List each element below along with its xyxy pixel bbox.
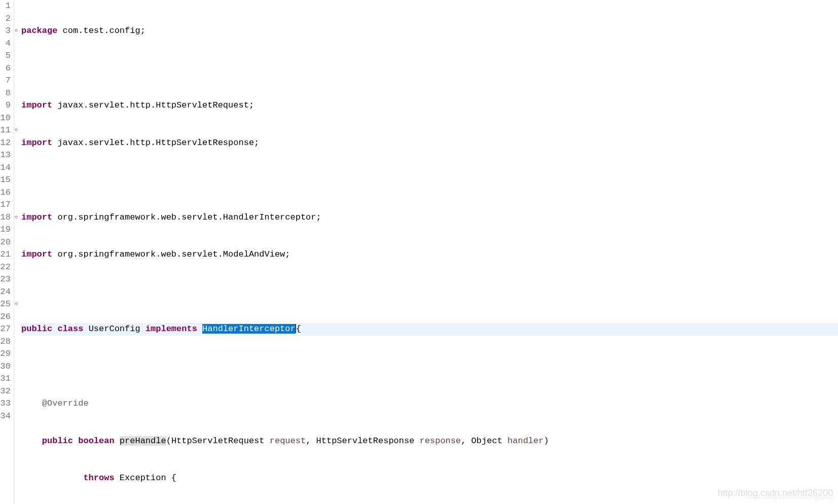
fold-icon[interactable]: ⊖: [15, 25, 18, 38]
line-number: 5: [0, 50, 13, 62]
line-number: 26: [0, 311, 13, 323]
fold-icon[interactable]: ⊖: [15, 211, 18, 224]
line-number: 20: [0, 236, 13, 249]
line-number: 30: [0, 361, 13, 373]
line-number: 8: [0, 87, 13, 100]
line-number: 1: [0, 0, 13, 13]
line-number: 18⊖: [0, 211, 13, 224]
line-number: 4: [0, 38, 13, 50]
selected-text: HandlerInterceptor: [202, 324, 296, 334]
line-number: 28: [0, 336, 13, 348]
code-line: import javax.servlet.http.HttpServletRes…: [21, 137, 838, 150]
code-line: import org.springframework.web.servlet.H…: [21, 211, 838, 224]
code-line: [21, 361, 838, 373]
line-number: 21: [0, 248, 13, 261]
code-line: public boolean preHandle(HttpServletRequ…: [21, 435, 838, 448]
code-line: [21, 62, 838, 75]
line-number: 17: [0, 199, 13, 211]
line-number: 10: [0, 112, 13, 125]
fold-icon[interactable]: ⊖: [15, 124, 18, 137]
line-number: 19: [0, 224, 13, 236]
line-number: 32: [0, 385, 13, 398]
code-line: package com.test.config;: [21, 25, 838, 38]
line-number: 3⊖: [0, 25, 13, 38]
code-line: [21, 286, 838, 299]
code-line: @Override: [21, 398, 838, 410]
line-number: 6: [0, 62, 13, 75]
line-number: 25⊖: [0, 298, 13, 311]
code-editor[interactable]: package com.test.config; import javax.se…: [14, 0, 838, 504]
line-number-gutter: 1 2 3⊖ 4 5 6 7 8 9 10 11⊖ 12 13 14 15 16…: [0, 0, 14, 504]
fold-icon[interactable]: ⊖: [15, 298, 18, 311]
line-number: 14: [0, 162, 13, 174]
line-number: 16: [0, 187, 13, 199]
line-number: 23: [0, 273, 13, 286]
line-number: 34: [0, 410, 13, 423]
line-number: 27: [0, 323, 13, 336]
line-number: 9: [0, 99, 13, 112]
line-number: 13: [0, 149, 13, 162]
line-number: 22: [0, 261, 13, 274]
code-line: import javax.servlet.http.HttpServletReq…: [21, 99, 838, 112]
line-number: 12: [0, 137, 13, 150]
code-line: import org.springframework.web.servlet.M…: [21, 248, 838, 261]
line-number: 11⊖: [0, 124, 13, 137]
code-line-current: public class UserConfig implements Handl…: [21, 323, 838, 336]
line-number: 2: [0, 13, 13, 25]
code-line: throws Exception {: [21, 472, 838, 485]
line-number: 24: [0, 286, 13, 299]
line-number: 29: [0, 348, 13, 361]
code-line: [21, 174, 838, 187]
line-number: 7: [0, 75, 13, 87]
line-number: 15: [0, 174, 13, 187]
line-number: 31: [0, 373, 13, 385]
line-number: 33: [0, 398, 13, 410]
